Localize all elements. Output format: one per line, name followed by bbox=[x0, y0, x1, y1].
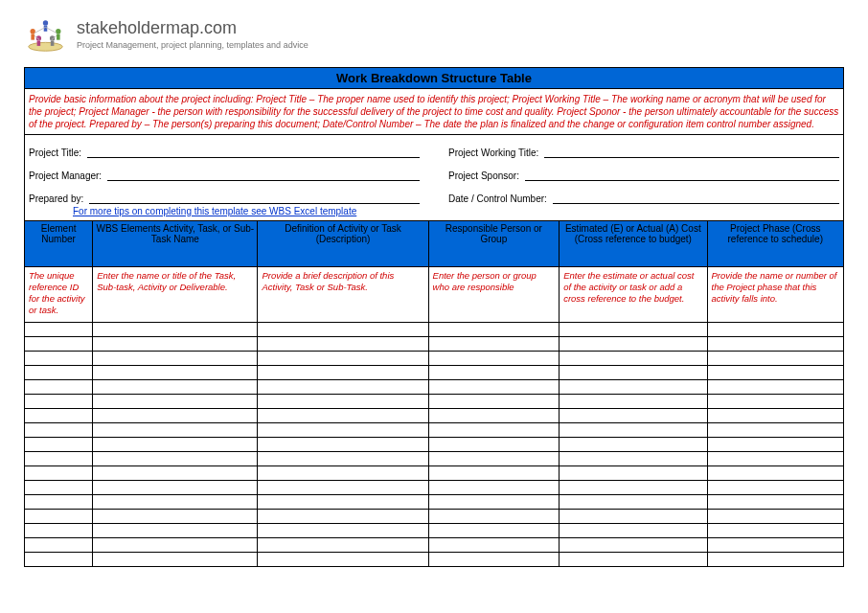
table-cell[interactable] bbox=[258, 452, 428, 466]
table-cell[interactable] bbox=[25, 510, 93, 524]
table-cell[interactable] bbox=[258, 438, 428, 452]
table-cell[interactable] bbox=[428, 337, 560, 352]
table-cell[interactable] bbox=[707, 409, 844, 423]
table-cell[interactable] bbox=[25, 337, 93, 352]
table-cell[interactable] bbox=[258, 380, 428, 395]
table-cell[interactable] bbox=[93, 510, 258, 524]
table-cell[interactable] bbox=[93, 495, 258, 510]
table-cell[interactable] bbox=[428, 438, 560, 452]
table-cell[interactable] bbox=[707, 510, 844, 524]
table-cell[interactable] bbox=[258, 538, 428, 553]
table-cell[interactable] bbox=[428, 553, 560, 567]
table-cell[interactable] bbox=[258, 510, 428, 524]
table-cell[interactable] bbox=[258, 337, 428, 352]
table-cell[interactable] bbox=[93, 409, 258, 423]
project-manager-input[interactable] bbox=[107, 168, 420, 181]
table-cell[interactable] bbox=[707, 323, 844, 337]
table-cell[interactable] bbox=[25, 524, 93, 538]
table-cell[interactable] bbox=[560, 510, 707, 524]
table-cell[interactable] bbox=[707, 553, 844, 567]
table-cell[interactable] bbox=[428, 352, 560, 366]
table-cell[interactable] bbox=[560, 366, 707, 380]
table-cell[interactable] bbox=[25, 553, 93, 567]
table-cell[interactable] bbox=[428, 395, 560, 409]
table-row[interactable] bbox=[25, 323, 844, 337]
table-cell[interactable] bbox=[707, 395, 844, 409]
table-row[interactable] bbox=[25, 466, 844, 481]
table-cell[interactable] bbox=[25, 438, 93, 452]
table-cell[interactable] bbox=[428, 366, 560, 380]
table-cell[interactable] bbox=[25, 481, 93, 495]
table-cell[interactable] bbox=[560, 452, 707, 466]
table-row[interactable] bbox=[25, 553, 844, 567]
table-row[interactable] bbox=[25, 452, 844, 466]
table-cell[interactable] bbox=[93, 366, 258, 380]
table-cell[interactable] bbox=[428, 323, 560, 337]
table-cell[interactable] bbox=[25, 395, 93, 409]
table-cell[interactable] bbox=[25, 366, 93, 380]
table-cell[interactable] bbox=[25, 466, 93, 481]
table-row[interactable] bbox=[25, 380, 844, 395]
table-cell[interactable] bbox=[560, 524, 707, 538]
table-cell[interactable] bbox=[560, 438, 707, 452]
table-cell[interactable] bbox=[93, 553, 258, 567]
table-cell[interactable] bbox=[25, 380, 93, 395]
table-row[interactable] bbox=[25, 438, 844, 452]
table-cell[interactable] bbox=[25, 352, 93, 366]
table-cell[interactable] bbox=[707, 538, 844, 553]
table-cell[interactable] bbox=[25, 538, 93, 553]
table-cell[interactable] bbox=[707, 337, 844, 352]
table-cell[interactable] bbox=[93, 466, 258, 481]
table-cell[interactable] bbox=[93, 352, 258, 366]
table-cell[interactable] bbox=[258, 524, 428, 538]
table-cell[interactable] bbox=[428, 423, 560, 438]
table-row[interactable] bbox=[25, 409, 844, 423]
table-cell[interactable] bbox=[560, 481, 707, 495]
tips-link[interactable]: For more tips on completing this templat… bbox=[73, 206, 356, 216]
project-title-input[interactable] bbox=[87, 145, 420, 158]
table-cell[interactable] bbox=[258, 553, 428, 567]
table-cell[interactable] bbox=[560, 380, 707, 395]
table-row[interactable] bbox=[25, 337, 844, 352]
table-cell[interactable] bbox=[258, 366, 428, 380]
table-cell[interactable] bbox=[428, 452, 560, 466]
table-cell[interactable] bbox=[707, 380, 844, 395]
table-cell[interactable] bbox=[707, 495, 844, 510]
working-title-input[interactable] bbox=[544, 145, 839, 158]
table-cell[interactable] bbox=[707, 352, 844, 366]
table-cell[interactable] bbox=[93, 337, 258, 352]
table-cell[interactable] bbox=[93, 395, 258, 409]
table-cell[interactable] bbox=[707, 524, 844, 538]
table-cell[interactable] bbox=[93, 452, 258, 466]
table-cell[interactable] bbox=[560, 538, 707, 553]
table-row[interactable] bbox=[25, 510, 844, 524]
table-cell[interactable] bbox=[258, 352, 428, 366]
table-cell[interactable] bbox=[707, 423, 844, 438]
table-cell[interactable] bbox=[428, 538, 560, 553]
table-cell[interactable] bbox=[560, 323, 707, 337]
table-cell[interactable] bbox=[93, 481, 258, 495]
table-cell[interactable] bbox=[93, 438, 258, 452]
table-row[interactable] bbox=[25, 524, 844, 538]
table-cell[interactable] bbox=[428, 495, 560, 510]
table-cell[interactable] bbox=[707, 452, 844, 466]
table-cell[interactable] bbox=[93, 524, 258, 538]
table-row[interactable] bbox=[25, 395, 844, 409]
table-cell[interactable] bbox=[560, 423, 707, 438]
table-row[interactable] bbox=[25, 538, 844, 553]
table-row[interactable] bbox=[25, 495, 844, 510]
table-cell[interactable] bbox=[707, 438, 844, 452]
table-cell[interactable] bbox=[560, 337, 707, 352]
table-cell[interactable] bbox=[25, 423, 93, 438]
table-cell[interactable] bbox=[428, 481, 560, 495]
table-cell[interactable] bbox=[560, 495, 707, 510]
table-row[interactable] bbox=[25, 366, 844, 380]
table-cell[interactable] bbox=[258, 409, 428, 423]
table-cell[interactable] bbox=[428, 510, 560, 524]
table-cell[interactable] bbox=[258, 466, 428, 481]
table-cell[interactable] bbox=[93, 323, 258, 337]
table-cell[interactable] bbox=[428, 466, 560, 481]
table-row[interactable] bbox=[25, 423, 844, 438]
table-row[interactable] bbox=[25, 352, 844, 366]
table-cell[interactable] bbox=[25, 323, 93, 337]
